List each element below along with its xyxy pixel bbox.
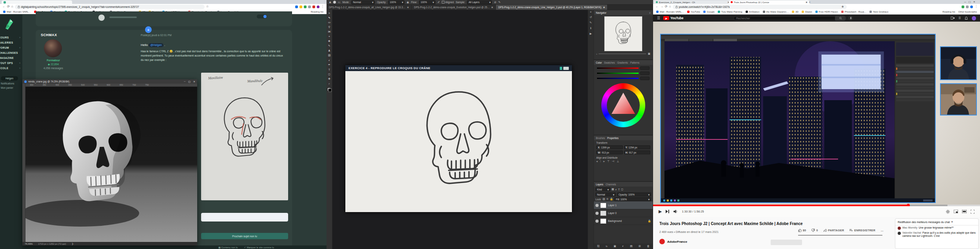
next-button[interactable]: [666, 210, 670, 213]
new-layer-icon[interactable]: ⊞: [639, 245, 641, 248]
video-player[interactable]: ▶ 1:30:30 / 1:56:25: [653, 22, 980, 217]
layer-row-active[interactable]: Layer 1: [594, 201, 653, 209]
dislike-button[interactable]: 0: [811, 229, 818, 232]
reload-icon[interactable]: ⟳: [7, 5, 10, 8]
patterns-tab[interactable]: Patterns: [630, 61, 639, 64]
swatches-tab[interactable]: Swatches: [604, 61, 615, 64]
close-icon[interactable]: ✕: [603, 6, 605, 9]
layer-opacity-select[interactable]: Opacity: 100%▾: [617, 192, 651, 196]
like-button[interactable]: 80: [798, 229, 806, 232]
user-mention[interactable]: @Helgen: [149, 43, 163, 47]
chat-header[interactable]: Rediffusion des meilleurs messages du ch…: [895, 219, 978, 225]
color-triangle[interactable]: [610, 92, 637, 119]
brush-tool[interactable]: ✎: [327, 44, 332, 48]
layer-mask-icon[interactable]: ▣: [613, 245, 616, 248]
slider-blue[interactable]: [597, 78, 639, 79]
mode-select[interactable]: Normal▾: [351, 0, 375, 4]
extension-icon[interactable]: [962, 5, 964, 8]
filter-adjustment-icon[interactable]: ◐: [615, 188, 617, 191]
align-middle-icon[interactable]: ⊣: [612, 160, 614, 163]
brushes-tab[interactable]: Brushes: [596, 137, 605, 139]
back-icon[interactable]: ←: [2, 5, 5, 8]
follow-toggle[interactable]: [257, 15, 267, 18]
add-comment-button[interactable]: +: [145, 26, 152, 33]
layer-fill-select[interactable]: Fill: 100%▾: [614, 197, 651, 201]
volume-button[interactable]: [673, 210, 678, 213]
link-layers-icon[interactable]: ⛓: [597, 245, 600, 247]
layer-row-background[interactable]: Background🔒: [594, 217, 653, 225]
lasso-tool[interactable]: ⚲: [327, 25, 332, 29]
marquee-tool[interactable]: ▭: [327, 20, 332, 25]
channel-name[interactable]: AdobeFrance: [667, 240, 687, 244]
sidebar-item-cours[interactable]: COURS›: [0, 35, 22, 40]
browser-tab[interactable]: Exercices_2_Croquis_Helgen - Ch✕: [654, 0, 731, 4]
pressure-opacity-icon[interactable]: ◉: [407, 1, 409, 4]
minimize-icon[interactable]: ─: [184, 80, 185, 83]
history-panel-icon[interactable]: ↺: [590, 16, 592, 19]
bookmark[interactable]: 3D: [792, 10, 799, 13]
play-button[interactable]: ▶: [659, 209, 662, 214]
apps-grid-icon[interactable]: ⠿: [958, 16, 961, 20]
align-right-icon[interactable]: ⫸: [603, 160, 605, 163]
sample-select[interactable]: All Layers▾: [467, 0, 492, 4]
menu-dots-icon[interactable]: ⋮: [975, 5, 978, 8]
maximize-icon[interactable]: ▢: [188, 80, 191, 83]
reading-list-button[interactable]: Reading list: [311, 10, 323, 13]
sample-ignore-adjustment-icon[interactable]: ⊘: [494, 1, 496, 4]
airbrush-icon[interactable]: ✐: [437, 1, 440, 4]
transform-y[interactable]: Y:1294 px: [624, 145, 651, 149]
reading-list-button[interactable]: Reading list: [942, 10, 955, 13]
reload-icon[interactable]: ⟳: [665, 5, 668, 8]
color-tab[interactable]: Color: [596, 61, 602, 64]
background-color[interactable]: [328, 88, 332, 92]
settings-icon[interactable]: [946, 210, 950, 214]
bookmark[interactable]: Photobash - Roya…: [841, 10, 867, 13]
adjustment-layer-icon[interactable]: ◐: [622, 245, 624, 247]
channels-tab[interactable]: Channels: [606, 183, 616, 186]
status-expander-icon[interactable]: ❯: [71, 242, 73, 245]
footer-link-unread[interactable]: ▦ Contenu non lu: [218, 246, 238, 249]
ps-document[interactable]: EXERCICE 4 - REPRODUIRE LE CROQUIS DU CR…: [345, 65, 572, 212]
navigator-tab[interactable]: Navigator: [596, 11, 606, 14]
share-button[interactable]: PARTAGER: [824, 229, 844, 232]
profile-avatar[interactable]: [317, 5, 319, 8]
brush-preset-picker[interactable]: [333, 1, 336, 4]
zoom-out-icon[interactable]: ▫: [596, 53, 597, 55]
bookmark[interactable]: ArtStation: [746, 10, 760, 13]
document-tab-active[interactable]: DPS-Prog-1-2-2_démo-crane-croquis_Line_H…: [496, 5, 608, 10]
dps-logo[interactable]: [3, 18, 15, 31]
layer-row[interactable]: Layer 0: [594, 209, 653, 217]
type-tool[interactable]: T: [327, 67, 332, 72]
ps-canvas-area[interactable]: EXERCICE 4 - REPRODUIRE LE CROQUIS DU CR…: [332, 10, 588, 249]
bookmark[interactable]: the Matte Departm…: [763, 10, 789, 13]
lock-all-icon[interactable]: 🔒: [610, 198, 613, 201]
post-avatar[interactable]: [44, 39, 62, 57]
slider-green[interactable]: [597, 73, 639, 74]
theater-mode-icon[interactable]: [962, 210, 967, 213]
close-icon[interactable]: ✕: [407, 6, 409, 9]
color-wheel[interactable]: [601, 83, 645, 127]
notifications-bell-icon[interactable]: [965, 16, 968, 20]
star-icon[interactable]: ☆: [842, 5, 844, 8]
pen-tool[interactable]: ✒: [327, 62, 332, 67]
clone-stamp-tool[interactable]: ♟: [327, 48, 332, 53]
image-canvas[interactable]: [25, 87, 197, 242]
layer-visibility-icon[interactable]: [595, 204, 599, 207]
shape-tool[interactable]: ◻: [327, 72, 332, 77]
zoom-tool[interactable]: ⌕: [327, 81, 332, 86]
bookmark[interactable]: Depict: [802, 10, 812, 13]
lock-position-icon[interactable]: ✛: [606, 198, 609, 201]
menu-dots-icon[interactable]: ⋮: [321, 5, 324, 8]
star-icon[interactable]: ☆: [206, 5, 209, 8]
extension-icon[interactable]: [299, 5, 302, 8]
create-video-icon[interactable]: [951, 16, 955, 20]
post-author[interactable]: SCHMAX: [41, 33, 57, 37]
window-titlebar[interactable]: rendu_crane.jpg @ 74,5% (RGB/8#) ─▢✕: [22, 79, 197, 84]
sidebar-link-panier[interactable]: Mon panier: [1, 86, 22, 89]
forward-icon[interactable]: →: [660, 5, 663, 8]
layer-visibility-icon[interactable]: [595, 212, 599, 215]
channel-avatar[interactable]: [659, 239, 665, 244]
next-unread-topic-button[interactable]: Prochain sujet non lu: [201, 233, 288, 239]
fullscreen-icon[interactable]: [971, 210, 975, 214]
bookmark[interactable]: Mail - Romain VARL…: [656, 10, 684, 13]
